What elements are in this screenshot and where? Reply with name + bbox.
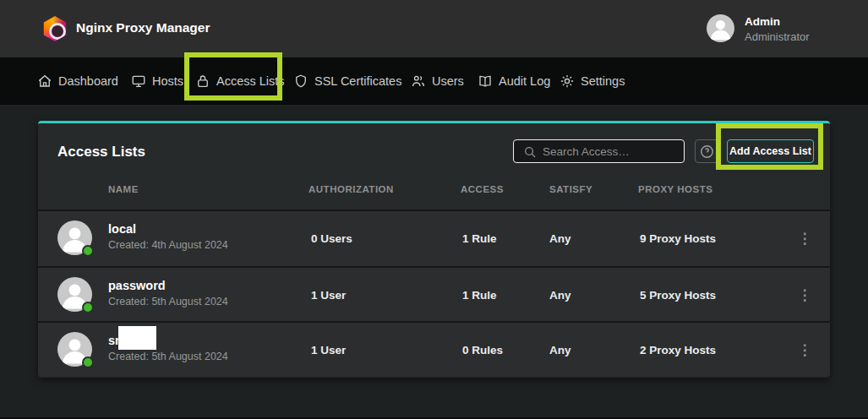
access-cell: 1 Rule: [462, 211, 497, 266]
created-date: Created: 4th August 2024: [108, 237, 228, 253]
created-date: Created: 5th August 2024: [108, 294, 228, 310]
app-screen: Nginx Proxy Manager Admin Administrator …: [0, 0, 868, 419]
access-list-name: password: [108, 277, 228, 294]
user-role: Administrator: [745, 30, 844, 43]
book-icon: [478, 73, 493, 89]
authorization-cell: 1 User: [311, 268, 346, 323]
main-nav: Dashboard Hosts Access Lists SSL Certifi…: [0, 57, 868, 105]
proxy-hosts-cell: 5 Proxy Hosts: [640, 268, 716, 323]
table-row[interactable]: local Created: 4th August 2024 0 Users 1…: [38, 211, 830, 266]
users-icon: [411, 73, 426, 89]
search-icon: [523, 145, 537, 159]
table-row[interactable]: password Created: 5th August 2024 1 User…: [38, 266, 830, 321]
authorization-cell: 1 User: [311, 323, 346, 378]
column-header-access: ACCESS: [461, 184, 504, 194]
column-header-satisfy: SATISFY: [549, 184, 592, 194]
search-input[interactable]: [543, 140, 681, 162]
satisfy-cell: Any: [549, 323, 571, 378]
user-avatar: [707, 14, 734, 42]
nav-label: Settings: [581, 74, 625, 88]
row-menu-kebab-icon[interactable]: ⋮: [790, 268, 819, 323]
nav-item-users[interactable]: Users: [411, 57, 464, 105]
nav-label: Users: [432, 74, 464, 88]
nav-item-hosts[interactable]: Hosts: [131, 57, 183, 105]
access-cell: 0 Rules: [462, 323, 503, 378]
redaction-box: [118, 326, 156, 350]
status-online-dot: [82, 302, 94, 313]
nav-label: SSL Certificates: [314, 74, 401, 88]
user-name: Admin: [745, 15, 844, 28]
status-online-dot: [82, 245, 94, 257]
help-circle-icon: [699, 144, 715, 160]
nav-item-settings[interactable]: Settings: [560, 57, 625, 105]
nav-label: Dashboard: [58, 74, 118, 88]
row-menu-kebab-icon[interactable]: ⋮: [790, 211, 819, 266]
row-menu-kebab-icon[interactable]: ⋮: [790, 323, 819, 378]
access-lists-panel: Access Lists Add Access List NAME AUTHOR…: [38, 121, 830, 378]
authorization-cell: 0 Users: [311, 211, 352, 266]
name-cell: local Created: 4th August 2024: [108, 220, 228, 253]
app-title: Nginx Proxy Manager: [76, 20, 210, 35]
nav-item-dashboard[interactable]: Dashboard: [37, 57, 118, 105]
access-list-name: local: [108, 220, 228, 237]
access-list-table: local Created: 4th August 2024 0 Users 1…: [38, 210, 830, 376]
monitor-icon: [131, 73, 146, 89]
home-icon: [37, 73, 52, 89]
help-button[interactable]: [695, 139, 719, 163]
search-box: [513, 139, 685, 163]
nav-label: Access Lists: [216, 74, 285, 88]
created-date: Created: 5th August 2024: [108, 349, 228, 365]
nginx-proxy-manager-logo-icon: [42, 16, 68, 41]
satisfy-cell: Any: [549, 211, 571, 266]
person-icon: [707, 14, 734, 42]
proxy-hosts-cell: 2 Proxy Hosts: [640, 323, 716, 378]
app-header: Nginx Proxy Manager Admin Administrator: [0, 0, 868, 57]
gear-icon: [560, 73, 575, 89]
add-access-list-button[interactable]: Add Access List: [727, 139, 814, 163]
status-online-dot: [82, 356, 94, 368]
name-cell: password Created: 5th August 2024: [108, 277, 228, 310]
column-header-authorization: AUTHORIZATION: [308, 184, 394, 194]
column-header-name: NAME: [108, 184, 139, 194]
nav-item-access-lists[interactable]: Access Lists: [195, 57, 285, 105]
lock-icon: [195, 73, 210, 89]
access-cell: 1 Rule: [462, 268, 497, 323]
table-row[interactable]: sn Created: 5th August 2024 1 User 0 Rul…: [38, 321, 830, 376]
nav-item-ssl-certificates[interactable]: SSL Certificates: [293, 57, 401, 105]
proxy-hosts-cell: 9 Proxy Hosts: [640, 211, 716, 266]
shield-icon: [293, 73, 308, 89]
satisfy-cell: Any: [549, 268, 571, 323]
nav-label: Hosts: [152, 74, 183, 88]
nav-label: Audit Log: [499, 74, 550, 88]
column-header-proxy-hosts: PROXY HOSTS: [638, 184, 712, 194]
nav-item-audit-log[interactable]: Audit Log: [478, 57, 550, 105]
page-title: Access Lists: [57, 144, 145, 161]
